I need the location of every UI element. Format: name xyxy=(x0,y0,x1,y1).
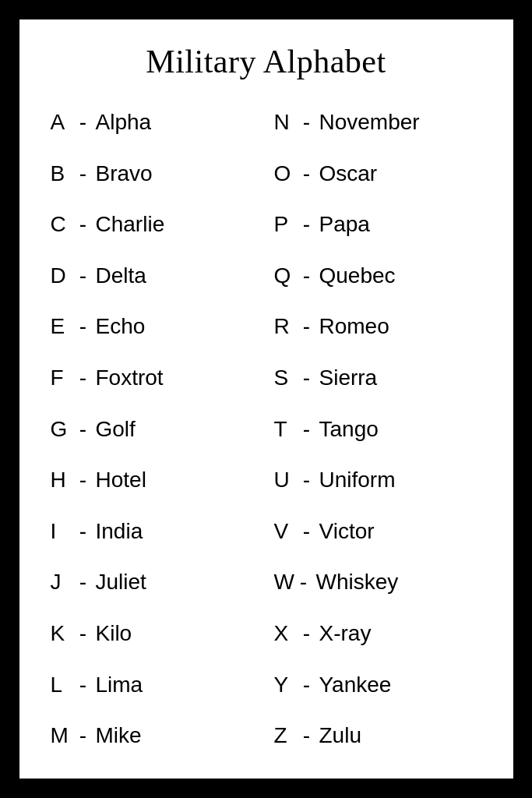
list-item: A - Alpha xyxy=(51,104,266,142)
word-label: Kilo xyxy=(96,618,132,650)
word-label: Hotel xyxy=(96,464,146,496)
word-label: November xyxy=(319,107,420,139)
word-label: Uniform xyxy=(319,464,396,496)
list-item: H - Hotel xyxy=(51,461,266,500)
dash-separator: - xyxy=(76,414,91,446)
list-item: D - Delta xyxy=(51,257,266,295)
list-item: F - Foxtrot xyxy=(51,359,266,397)
dash-separator: - xyxy=(76,107,91,139)
letter-label: C xyxy=(51,209,76,241)
word-label: Golf xyxy=(96,414,136,446)
list-item: W - Whiskey xyxy=(266,563,482,602)
dash-separator: - xyxy=(299,260,315,292)
dash-separator: - xyxy=(76,516,91,548)
list-item: T - Tango xyxy=(266,411,482,449)
dash-separator: - xyxy=(299,311,315,343)
list-item: V - Victor xyxy=(266,513,482,551)
word-label: Papa xyxy=(319,209,370,241)
letter-label: Y xyxy=(274,669,299,701)
dash-separator: - xyxy=(76,209,91,241)
list-item: G - Golf xyxy=(51,411,266,449)
dash-separator: - xyxy=(76,464,91,496)
dash-separator: - xyxy=(299,618,315,650)
letter-label: A xyxy=(51,107,76,139)
word-label: Victor xyxy=(319,516,375,548)
list-item: P - Papa xyxy=(266,206,482,244)
list-item: C - Charlie xyxy=(51,206,266,244)
word-label: Zulu xyxy=(319,720,361,752)
dash-separator: - xyxy=(76,720,91,752)
letter-label: K xyxy=(51,618,76,650)
list-item: R - Romeo xyxy=(266,308,482,346)
list-item: Z - Zulu xyxy=(266,717,482,755)
word-label: Juliet xyxy=(96,567,146,598)
dash-separator: - xyxy=(299,464,315,496)
list-item: L - Lima xyxy=(51,666,266,704)
alphabet-grid: A - Alpha B - Bravo C - Charlie D - Delt… xyxy=(51,104,482,755)
dash-separator: - xyxy=(299,107,315,139)
letter-label: Z xyxy=(274,720,299,752)
word-label: Romeo xyxy=(319,311,389,343)
list-item: E - Echo xyxy=(51,308,266,346)
letter-label: L xyxy=(51,669,76,701)
word-label: Tango xyxy=(319,414,379,446)
dash-separator: - xyxy=(76,158,91,190)
list-item: M - Mike xyxy=(51,717,266,755)
word-label: Mike xyxy=(96,720,142,752)
list-item: S - Sierra xyxy=(266,359,482,397)
word-label: Alpha xyxy=(96,107,152,139)
letter-label: O xyxy=(274,158,299,190)
word-label: X-ray xyxy=(319,618,372,650)
word-label: Foxtrot xyxy=(96,362,164,394)
letter-label: E xyxy=(51,311,76,343)
list-item: B - Bravo xyxy=(51,155,266,193)
list-item: Q - Quebec xyxy=(266,257,482,295)
left-column: A - Alpha B - Bravo C - Charlie D - Delt… xyxy=(51,104,266,755)
word-label: Oscar xyxy=(319,158,378,190)
word-label: Charlie xyxy=(96,209,165,241)
list-item: J - Juliet xyxy=(51,563,266,602)
word-label: Whiskey xyxy=(316,567,399,598)
list-item: Y - Yankee xyxy=(266,666,482,704)
letter-label: T xyxy=(274,414,299,446)
letter-label: X xyxy=(274,618,299,650)
letter-label: P xyxy=(274,209,299,241)
letter-label: F xyxy=(51,362,76,394)
letter-label: Q xyxy=(274,260,299,292)
letter-label: S xyxy=(274,362,299,394)
page-title: Military Alphabet xyxy=(146,43,386,80)
list-item: I - India xyxy=(51,513,266,551)
dash-separator: - xyxy=(299,362,315,394)
list-item: N - November xyxy=(266,104,482,142)
letter-label: R xyxy=(274,311,299,343)
right-column: N - November O - Oscar P - Papa Q - Queb… xyxy=(266,104,482,755)
dash-separator: - xyxy=(299,414,315,446)
word-label: Quebec xyxy=(319,260,396,292)
dash-separator: - xyxy=(299,516,315,548)
dash-separator: - xyxy=(76,311,91,343)
letter-label: U xyxy=(274,464,299,496)
dash-separator: - xyxy=(299,669,315,701)
dash-separator: - xyxy=(76,567,91,598)
dash-separator: - xyxy=(296,567,312,598)
letter-label: J xyxy=(51,567,76,598)
letter-label: V xyxy=(274,516,299,548)
dash-separator: - xyxy=(299,720,315,752)
letter-label: M xyxy=(51,720,76,752)
letter-label: N xyxy=(274,107,299,139)
dash-separator: - xyxy=(76,669,91,701)
dash-separator: - xyxy=(299,209,315,241)
word-label: Sierra xyxy=(319,362,378,394)
dash-separator: - xyxy=(76,618,91,650)
letter-label: H xyxy=(51,464,76,496)
word-label: Lima xyxy=(96,669,143,701)
letter-label: G xyxy=(51,414,76,446)
dash-separator: - xyxy=(76,362,91,394)
list-item: K - Kilo xyxy=(51,615,266,653)
letter-label: W xyxy=(274,567,296,598)
word-label: India xyxy=(96,516,143,548)
list-item: U - Uniform xyxy=(266,461,482,500)
letter-label: D xyxy=(51,260,76,292)
dash-separator: - xyxy=(299,158,315,190)
word-label: Yankee xyxy=(319,669,392,701)
